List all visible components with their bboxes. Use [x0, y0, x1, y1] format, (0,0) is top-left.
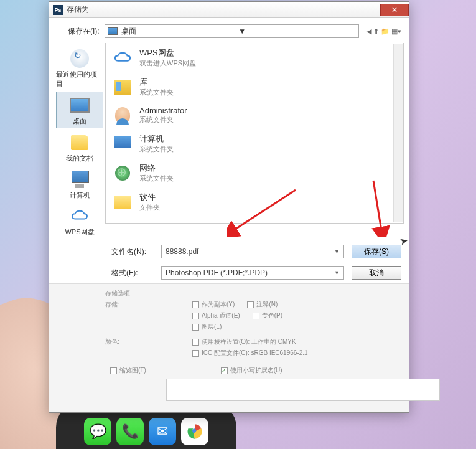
- sidebar-item-label: 计算机: [70, 191, 90, 200]
- documents-icon: [71, 135, 88, 150]
- messages-app-icon: 💬: [84, 418, 111, 445]
- format-label: 格式(F):: [111, 268, 161, 278]
- back-icon[interactable]: ◀: [366, 27, 371, 35]
- photoshop-icon: Ps: [53, 5, 63, 15]
- computer-icon: [70, 171, 89, 188]
- cancel-button[interactable]: 取消: [352, 266, 401, 280]
- places-sidebar: 最近使用的项目 桌面 我的文档 计算机 WPS网盘: [54, 43, 105, 239]
- filename-input[interactable]: 88888.pdf ▼: [161, 245, 344, 258]
- up-icon[interactable]: ⬆: [373, 27, 379, 35]
- sidebar-item-documents[interactable]: 我的文档: [56, 130, 103, 165]
- nav-toolbar: ◀ ⬆ 📁 ▦▾: [366, 27, 401, 35]
- thumbnail-checkbox[interactable]: [110, 367, 117, 374]
- cloud-icon: [113, 49, 132, 67]
- storage-label: 存储:: [105, 300, 142, 331]
- spot-checkbox[interactable]: [253, 313, 259, 319]
- window-title: 存储为: [67, 4, 380, 15]
- sidebar-item-wps[interactable]: WPS网盘: [56, 203, 103, 239]
- layers-checkbox[interactable]: [192, 324, 199, 331]
- chrome-app-icon: [181, 418, 208, 445]
- recent-icon: [70, 49, 89, 68]
- library-icon: [113, 78, 132, 96]
- sidebar-item-label: 最近使用的项目: [56, 70, 103, 88]
- sidebar-item-label: 我的文档: [66, 154, 93, 163]
- file-item-network[interactable]: 网络系统文件夹: [106, 158, 403, 187]
- save-button[interactable]: 保存(S): [352, 245, 401, 258]
- sidebar-item-computer[interactable]: 计算机: [56, 166, 103, 202]
- network-icon: [113, 164, 132, 182]
- location-value: 桌面: [121, 26, 239, 37]
- new-folder-icon[interactable]: 📁: [381, 27, 390, 35]
- alpha-checkbox[interactable]: [192, 313, 199, 319]
- location-combobox[interactable]: 桌面 ▼: [105, 24, 359, 38]
- desktop-icon: [70, 98, 90, 113]
- lowercase-ext-checkbox[interactable]: [221, 367, 228, 374]
- file-item-computer[interactable]: 计算机系统文件夹: [106, 129, 403, 158]
- close-button[interactable]: ✕: [380, 4, 409, 16]
- sidebar-item-recent[interactable]: 最近使用的项目: [56, 45, 103, 90]
- save-options: 存储选项 存储: 作为副本(Y) 注释(N) Alpha 通道(E) 专色(P)…: [49, 283, 409, 412]
- thumbnail-preview: [166, 379, 440, 401]
- folder-icon: [113, 194, 132, 211]
- save-as-dialog: Ps 存储为 ✕ 保存在(I): 桌面 ▼ ◀ ⬆ 📁 ▦▾ 最近使用的项目 桌…: [49, 1, 409, 413]
- mail-app-icon: ✉: [149, 418, 176, 445]
- proof-checkbox[interactable]: [192, 339, 199, 346]
- file-item-wps[interactable]: WPS网盘双击进入WPS网盘: [106, 43, 403, 72]
- sidebar-item-label: WPS网盘: [65, 227, 94, 237]
- filename-label: 文件名(N):: [111, 247, 161, 257]
- dropdown-arrow-icon: ▼: [334, 270, 340, 276]
- save-in-label: 保存在(I):: [68, 26, 100, 37]
- desktop-icon: [108, 27, 118, 35]
- dropdown-arrow-icon: ▼: [238, 27, 356, 35]
- view-menu-icon[interactable]: ▦▾: [391, 27, 401, 35]
- computer-icon: [113, 135, 132, 153]
- user-icon: [113, 106, 132, 124]
- file-item-software[interactable]: 软件文件夹: [106, 187, 403, 217]
- color-label: 颜色:: [105, 338, 142, 357]
- format-combobox[interactable]: Photoshop PDF (*.PDF;*.PDP) ▼: [161, 266, 344, 280]
- file-item-administrator[interactable]: Administrator系统文件夹: [106, 102, 403, 129]
- as-copy-checkbox[interactable]: [192, 301, 199, 308]
- notes-checkbox[interactable]: [247, 301, 254, 308]
- file-item-library[interactable]: 库系统文件夹: [106, 72, 403, 102]
- icc-checkbox[interactable]: [192, 350, 199, 357]
- title-bar: Ps 存储为 ✕: [49, 2, 409, 18]
- dropdown-arrow-icon: ▼: [334, 248, 340, 255]
- wps-cloud-icon: [68, 207, 91, 225]
- phone-app-icon: 📞: [116, 418, 144, 445]
- sidebar-item-desktop[interactable]: 桌面: [56, 92, 103, 128]
- sidebar-item-label: 桌面: [73, 116, 86, 126]
- file-list[interactable]: WPS网盘双击进入WPS网盘 库系统文件夹 Administrator系统文件夹…: [105, 43, 404, 224]
